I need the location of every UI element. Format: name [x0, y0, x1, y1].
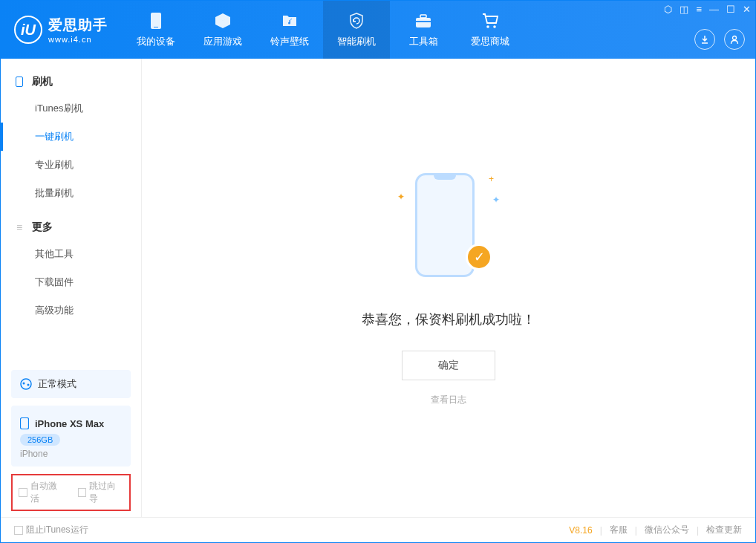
sidebar-item-firmware[interactable]: 下载固件: [1, 268, 141, 296]
device-mode: 正常模式: [20, 377, 122, 391]
shirt-icon[interactable]: ⬡: [664, 4, 672, 15]
close-button[interactable]: ✕: [743, 4, 751, 15]
cube-icon: [213, 11, 232, 30]
version-text: V8.16: [569, 525, 592, 536]
logo-area: iU 爱思助手 www.i4.cn: [1, 16, 123, 44]
success-message: 恭喜您，保资料刷机成功啦！: [362, 310, 535, 328]
device-box[interactable]: iPhone XS Max 256GB iPhone: [11, 406, 131, 466]
nav-label: 我的设备: [137, 35, 175, 48]
storage-badge: 256GB: [20, 434, 60, 446]
nav-my-device[interactable]: 我的设备: [123, 1, 189, 59]
body: 刷机 iTunes刷机 一键刷机 专业刷机 批量刷机 ≡ 更多 其他工具 下载固…: [1, 59, 755, 517]
auto-activate-checkbox[interactable]: 自动激活: [19, 480, 65, 505]
nav-toolbox[interactable]: 工具箱: [390, 1, 457, 59]
sidebar-item-other-tools[interactable]: 其他工具: [1, 240, 141, 268]
device-name-row: iPhone XS Max: [20, 417, 122, 429]
nav-label: 铃声壁纸: [270, 35, 309, 48]
app-title: 爱思助手: [48, 16, 108, 35]
mode-text: 正常模式: [38, 377, 76, 391]
ok-button[interactable]: 确定: [402, 351, 495, 380]
success-illustration: ✓ ✦ ✦ +: [408, 169, 489, 288]
nav-label: 工具箱: [409, 35, 438, 48]
svg-point-9: [21, 379, 31, 389]
footer: 阻止iTunes运行 V8.16 | 客服 | 微信公众号 | 检查更新: [1, 517, 755, 542]
group-title: 更多: [32, 221, 53, 234]
separator: |: [600, 525, 602, 536]
checkbox-icon: [78, 488, 87, 497]
checkbox-label: 自动激活: [30, 480, 65, 505]
nav-label: 爱思商城: [471, 35, 509, 48]
checkbox-icon: [19, 488, 27, 497]
mode-box: 正常模式: [11, 370, 131, 398]
header: iU 爱思助手 www.i4.cn 我的设备 应用游戏 铃声壁纸 智能刷机: [1, 1, 755, 59]
nav-flash[interactable]: 智能刷机: [323, 1, 390, 59]
top-nav: 我的设备 应用游戏 铃声壁纸 智能刷机 工具箱 爱思商城: [123, 1, 524, 59]
block-itunes-checkbox[interactable]: 阻止iTunes运行: [14, 524, 88, 536]
cart-icon: [480, 11, 500, 30]
svg-point-7: [733, 36, 737, 40]
sidebar-item-batch-flash[interactable]: 批量刷机: [1, 179, 141, 207]
sidebar: 刷机 iTunes刷机 一键刷机 专业刷机 批量刷机 ≡ 更多 其他工具 下载固…: [1, 59, 142, 517]
svg-rect-0: [151, 13, 161, 29]
list-icon: ≡: [14, 222, 25, 233]
svg-rect-4: [416, 21, 431, 22]
svg-rect-8: [16, 77, 23, 87]
phone-icon: [146, 11, 166, 30]
skip-guide-checkbox[interactable]: 跳过向导: [78, 480, 124, 505]
main-panel: ✓ ✦ ✦ + 恭喜您，保资料刷机成功啦！ 确定 查看日志: [142, 59, 755, 517]
svg-point-10: [23, 383, 25, 385]
group-title: 刷机: [32, 75, 53, 88]
lock-icon[interactable]: ◫: [680, 4, 688, 15]
app-window: iU 爱思助手 www.i4.cn 我的设备 应用游戏 铃声壁纸 智能刷机: [0, 0, 756, 543]
device-type: iPhone: [20, 449, 122, 459]
nav-apps[interactable]: 应用游戏: [189, 1, 256, 59]
nav-label: 应用游戏: [203, 35, 242, 48]
phone-small-icon: [14, 77, 25, 87]
nav-store[interactable]: 爱思商城: [457, 1, 524, 59]
svg-point-5: [486, 25, 489, 28]
footer-right: V8.16 | 客服 | 微信公众号 | 检查更新: [569, 524, 742, 536]
sidebar-bottom: 正常模式 iPhone XS Max 256GB iPhone 自动激活: [1, 362, 141, 517]
support-link[interactable]: 客服: [610, 524, 628, 536]
minimize-button[interactable]: —: [709, 4, 719, 15]
toolbox-icon: [414, 11, 433, 30]
user-button[interactable]: [724, 29, 745, 50]
music-folder-icon: [280, 11, 299, 30]
checkbox-highlight-row: 自动激活 跳过向导: [11, 474, 131, 511]
sidebar-group-more: ≡ 更多: [1, 215, 141, 240]
download-button[interactable]: [694, 29, 715, 50]
nav-ringtones[interactable]: 铃声壁纸: [256, 1, 323, 59]
sidebar-item-itunes-flash[interactable]: iTunes刷机: [1, 94, 141, 123]
sidebar-item-pro-flash[interactable]: 专业刷机: [1, 151, 141, 179]
svg-rect-2: [416, 18, 431, 27]
view-log-link[interactable]: 查看日志: [431, 394, 466, 406]
phone-illustration-icon: [415, 173, 475, 277]
sparkle-icon: +: [489, 174, 494, 184]
svg-rect-1: [154, 27, 158, 27]
checkmark-badge-icon: ✓: [466, 244, 492, 270]
sidebar-group-flash: 刷机: [1, 69, 141, 94]
sidebar-item-advanced[interactable]: 高级功能: [1, 296, 141, 325]
header-actions: [694, 29, 745, 50]
separator: |: [697, 525, 699, 536]
logo-text: 爱思助手 www.i4.cn: [48, 16, 108, 44]
sidebar-item-oneclick-flash[interactable]: 一键刷机: [1, 123, 141, 151]
checkbox-label: 跳过向导: [89, 480, 123, 505]
svg-point-6: [493, 25, 496, 28]
app-subtitle: www.i4.cn: [48, 35, 108, 44]
sparkle-icon: ✦: [492, 195, 500, 205]
menu-icon[interactable]: ≡: [696, 4, 702, 15]
svg-rect-12: [21, 418, 29, 429]
checkbox-icon: [14, 526, 23, 535]
wechat-link[interactable]: 微信公众号: [645, 524, 689, 536]
separator: |: [635, 525, 637, 536]
logo-icon: iU: [14, 16, 42, 44]
svg-point-11: [27, 384, 30, 386]
update-link[interactable]: 检查更新: [706, 524, 742, 536]
device-name: iPhone XS Max: [35, 418, 104, 429]
sparkle-icon: ✦: [397, 192, 405, 202]
footer-left: 阻止iTunes运行: [14, 524, 88, 536]
maximize-button[interactable]: ☐: [726, 4, 735, 15]
svg-rect-3: [420, 15, 426, 18]
checkbox-label: 阻止iTunes运行: [26, 524, 88, 536]
